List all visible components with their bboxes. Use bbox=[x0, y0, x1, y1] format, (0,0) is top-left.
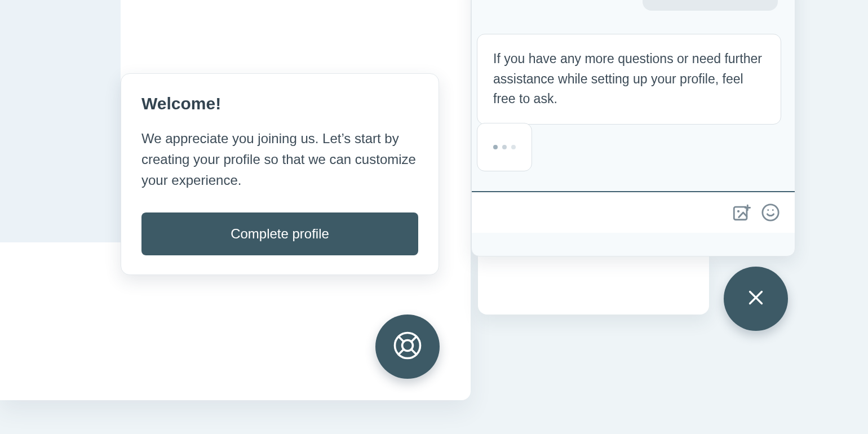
svg-point-7 bbox=[737, 210, 739, 212]
add-image-icon[interactable] bbox=[732, 203, 751, 222]
close-button[interactable] bbox=[724, 267, 788, 331]
chat-user-bubble bbox=[643, 0, 778, 11]
svg-line-4 bbox=[398, 349, 404, 355]
left-overlay bbox=[0, 0, 121, 242]
svg-line-2 bbox=[398, 336, 404, 342]
typing-indicator bbox=[477, 123, 532, 171]
welcome-card: Welcome! We appreciate you joining us. L… bbox=[121, 73, 439, 275]
chat-panel: If you have any more questions or need f… bbox=[471, 0, 795, 256]
lifebuoy-icon bbox=[392, 330, 423, 363]
complete-profile-button[interactable]: Complete profile bbox=[141, 212, 418, 255]
chat-toolbar bbox=[472, 192, 795, 233]
typing-dot bbox=[511, 145, 516, 149]
help-button[interactable] bbox=[375, 315, 440, 379]
typing-dot bbox=[493, 145, 498, 149]
typing-dot bbox=[502, 145, 507, 149]
welcome-body: We appreciate you joining us. Let’s star… bbox=[141, 128, 418, 191]
svg-line-3 bbox=[411, 336, 417, 342]
emoji-icon[interactable] bbox=[761, 203, 780, 222]
close-icon bbox=[746, 287, 766, 310]
svg-line-5 bbox=[411, 349, 417, 355]
card-tail bbox=[478, 256, 709, 315]
svg-point-10 bbox=[763, 205, 778, 220]
welcome-title: Welcome! bbox=[141, 94, 418, 113]
chat-message: If you have any more questions or need f… bbox=[477, 34, 781, 125]
